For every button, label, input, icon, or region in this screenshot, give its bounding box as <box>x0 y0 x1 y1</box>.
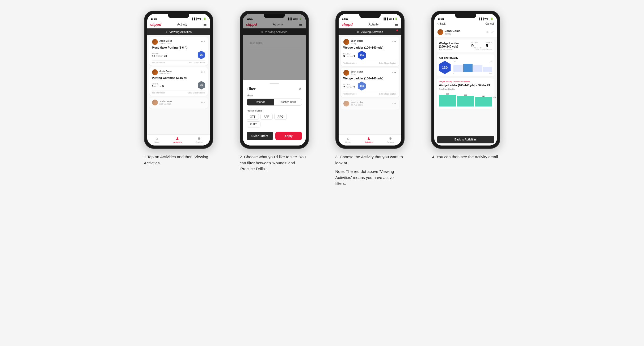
phone-1-notch <box>168 14 189 18</box>
home-icon-3: ⌂ <box>347 136 349 140</box>
sq-value-3-1: 130 <box>360 54 364 57</box>
chip-app-2[interactable]: APP <box>260 114 273 120</box>
detail-score-label-4: Score <box>471 42 478 44</box>
avg-shot-hex-4: 130 <box>439 61 451 74</box>
card-footer-3-2: Test Information Data: Clippd Capture <box>343 92 397 95</box>
detail-score-value-4: 9 <box>471 44 474 48</box>
modal-buttons-2: Clear Filters Apply <box>247 132 302 140</box>
step-2-column: 13:21 ▐▐▐ WiFi 🔋 clippd Activity ☰ ⚙ Vie… <box>232 11 317 187</box>
show-label-2: Show <box>247 94 302 97</box>
dots-menu-3-1[interactable]: ••• <box>392 40 397 44</box>
activities-label-3: Activities <box>365 141 373 143</box>
modal-close-button-2[interactable]: ✕ <box>299 87 302 91</box>
chip-arg-2[interactable]: ARG <box>274 114 287 120</box>
viewing-bar-text-1: Viewing Activities <box>169 30 192 33</box>
stat-score-val-3-2: 7 <box>343 86 345 89</box>
detail-drill-title-4: Wedge Ladder (100–140 yds) <box>439 42 466 48</box>
stat-score-label-3-2: Score <box>343 84 355 86</box>
step-1-caption: 1.Tap on Activities and then 'Viewing Ac… <box>144 154 213 166</box>
bottom-nav-3: ⌂ Home ♟ Activities ⊕ Capture <box>339 134 401 146</box>
activity-card-3-3[interactable]: Josh Coles 28 Feb 2023 ••• <box>341 99 399 110</box>
detail-user-name-4: Josh Coles <box>445 29 461 32</box>
status-right-4: ▐▐▐ WiFi 🔋 <box>478 18 493 20</box>
session-section-4: Player Activity › Practice Session Wedge… <box>437 78 494 109</box>
session-label-link-4[interactable]: Practice Session <box>454 80 470 83</box>
card-user-info-3-3: Josh Coles 28 Feb 2023 <box>343 101 364 106</box>
back-to-activities-button-4[interactable]: Back to Activities <box>437 136 494 143</box>
activity-card-3-1[interactable]: Josh Coles Today ••• Wedge Ladder (100–1… <box>341 37 399 66</box>
card-user-text-3-2: Josh Coles Today <box>351 70 364 75</box>
viewing-bar-3[interactable]: ⚙ Viewing Activities <box>339 28 401 35</box>
toggle-practice-2[interactable]: Practice Drills <box>274 99 302 105</box>
dots-menu-1-2[interactable]: ••• <box>201 70 205 74</box>
bottom-nav-activities-1[interactable]: ♟ Activities <box>173 136 182 143</box>
bottom-nav-activities-3[interactable]: ♟ Activities <box>365 136 373 143</box>
detail-info-row-4: Test Information Data: Clippd Capture <box>439 48 492 50</box>
avatar-1-3 <box>152 100 158 105</box>
avg-shot-body-4: 130 140 130 <box>439 61 492 74</box>
card-header-1-1: Josh Coles 28 Feb 2023 ••• <box>152 39 205 45</box>
session-bar-wrap-4-1: 132 <box>439 93 456 106</box>
detail-info-text2-4: Data: Clippd Capture <box>475 48 492 50</box>
viewing-bar-text-3: Viewing Activities <box>361 30 383 33</box>
phone-1-inner: 13:20 ▐▐▐ WiFi 🔋 clippd Activity ☰ ⚙ Vie… <box>147 14 210 146</box>
chart-bar-4-2 <box>463 64 473 72</box>
session-bar-4-2 <box>457 96 474 106</box>
dots-menu-1-1[interactable]: ••• <box>201 40 205 44</box>
app-logo-1: clippd <box>150 22 161 27</box>
stat-outof-3-2: OUT OF <box>346 86 353 88</box>
back-button-4[interactable]: < Back <box>437 22 446 25</box>
modal-backdrop-2[interactable] <box>243 14 306 80</box>
stat-score-label-1-1: Score <box>152 53 167 54</box>
red-dot-3 <box>396 29 398 31</box>
card-footer-right-1-2: Data: Clippd Capture <box>188 92 205 94</box>
detail-user-info-4: Josh Coles Today <box>437 29 461 35</box>
hamburger-icon-1[interactable]: ☰ <box>203 22 207 27</box>
viewing-bar-1[interactable]: ⚙ Viewing Activities <box>147 28 210 35</box>
signal-icon-4: ▐▐▐ <box>478 18 483 20</box>
bottom-nav-home-1[interactable]: ⌂ Home <box>154 136 159 143</box>
hamburger-icon-3[interactable]: ☰ <box>395 22 398 27</box>
phone-2-inner: 13:21 ▐▐▐ WiFi 🔋 clippd Activity ☰ ⚙ Vie… <box>243 14 306 146</box>
detail-score-col-4: Score 9 OUT OF <box>471 42 481 48</box>
activity-card-3-2[interactable]: Josh Coles Today ••• Wedge Ladder (100–1… <box>341 68 399 97</box>
dots-menu-1-3[interactable]: ••• <box>201 101 205 104</box>
card-user-info-1-1: Josh Coles 28 Feb 2023 <box>152 39 172 45</box>
avg-shot-hex-value-4: 130 <box>442 66 448 70</box>
dashed-val-4: 124 <box>493 97 496 99</box>
activities-list-1: Josh Coles 28 Feb 2023 ••• Must Make Put… <box>147 35 210 134</box>
step-3-caption-wrap: 3. Choose the Activity that you want to … <box>335 154 405 187</box>
phone-4-notch <box>455 14 476 18</box>
card-stats-3-1: Score 9 OUT OF 9 130 <box>343 51 397 60</box>
card-footer-1-1: Test Information Data: Clippd Capture <box>152 60 205 63</box>
phone-2: 13:21 ▐▐▐ WiFi 🔋 clippd Activity ☰ ⚙ Vie… <box>240 11 309 149</box>
chip-putt-2[interactable]: PUTT <box>247 121 260 127</box>
clear-filters-button-2[interactable]: Clear Filters <box>247 132 273 140</box>
activity-card-1-2[interactable]: Josh Coles 28 Feb 2023 ••• Putting Combi… <box>149 67 208 96</box>
step-2-caption: 2. Choose what you'd like to see. You ca… <box>240 154 309 172</box>
card-header-1-3: Josh Coles 28 Feb 2023 ••• <box>152 100 205 105</box>
shot-quality-badge-3-2: 118 <box>358 82 366 91</box>
battery-icon-4: 🔋 <box>490 18 493 20</box>
status-time-3: 13:20 <box>342 18 348 20</box>
avatar-1-2 <box>152 69 158 75</box>
chip-ott-2[interactable]: OTT <box>247 114 259 120</box>
expand-icon-4[interactable]: ⤢ <box>491 30 494 34</box>
activity-card-1-1[interactable]: Josh Coles 28 Feb 2023 ••• Must Make Put… <box>149 37 208 66</box>
capture-icon-1: ⊕ <box>197 136 201 140</box>
card-user-date-1-1: 28 Feb 2023 <box>159 42 172 45</box>
toggle-rounds-2[interactable]: Rounds <box>247 99 274 105</box>
bottom-nav-capture-1[interactable]: ⊕ Capture <box>195 136 203 143</box>
app-nav-title-1: Activity <box>177 23 187 26</box>
bottom-nav-capture-3[interactable]: ⊕ Capture <box>387 136 394 143</box>
apply-button-2[interactable]: Apply <box>275 132 302 140</box>
bottom-nav-home-3[interactable]: ⌂ Home <box>345 136 351 143</box>
dots-menu-3-2[interactable]: ••• <box>392 71 397 75</box>
edit-icon-4[interactable]: ✏ <box>486 30 489 34</box>
detail-user-text-4: Josh Coles Today <box>445 29 461 35</box>
activity-card-1-3[interactable]: Josh Coles 28 Feb 2023 ••• <box>149 97 208 109</box>
dots-menu-3-3[interactable]: ••• <box>392 102 397 105</box>
card-user-info-3-1: Josh Coles Today <box>343 39 364 45</box>
battery-icon-3: 🔋 <box>395 18 398 20</box>
cancel-button-4[interactable]: Cancel <box>485 22 494 25</box>
